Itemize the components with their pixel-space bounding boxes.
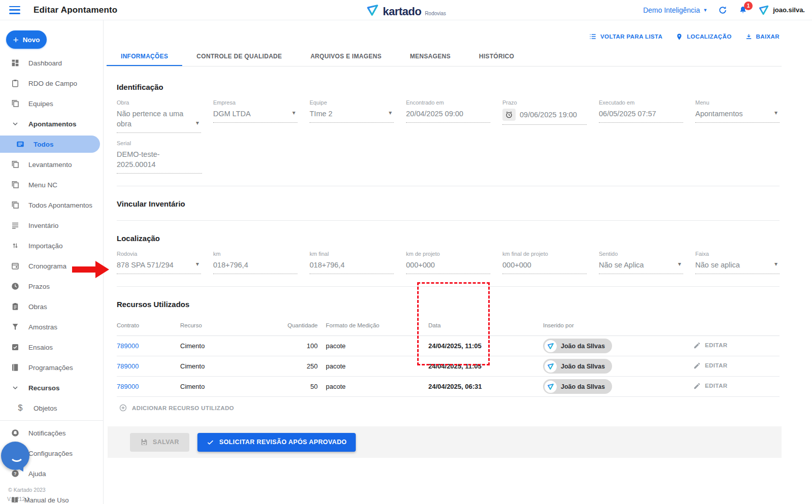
field-value: Não se aplica (695, 260, 780, 274)
notifications-bell-icon[interactable]: 1 (738, 5, 748, 15)
tab-controle-de-qualidade[interactable]: CONTROLE DE QUALIDADE (182, 48, 296, 66)
sidebar-item-menu-nc[interactable]: Menu NC (0, 175, 103, 195)
field-label: Faixa (695, 251, 780, 257)
sidebar-item-prazos[interactable]: Prazos (0, 276, 103, 296)
dollar-icon: $ (15, 404, 25, 413)
app-logo: kartado Rodovias (366, 4, 446, 17)
field-label: Menu (695, 99, 780, 106)
sidebar-group-recursos[interactable]: Recursos (0, 378, 103, 398)
request-review-button[interactable]: SOLICITAR REVISÃO APÓS APROVADO (197, 433, 356, 452)
field-serial[interactable]: Serial DEMO-teste-2025.00014 (117, 140, 202, 174)
tab-arquivos-e-imagens[interactable]: ARQUIVOS E IMAGENS (296, 48, 396, 66)
field-encontrado-em[interactable]: Encontrado em 20/04/2025 09:00 (406, 99, 490, 123)
download-label: BAIXAR (756, 33, 780, 40)
sidebar-item-label: Todos Apontamentos (28, 201, 92, 209)
download-link[interactable]: BAIXAR (745, 33, 780, 41)
field-km[interactable]: km 018+796,4 (213, 251, 297, 274)
section-title-identificacao: Identificação (117, 83, 780, 91)
pencil-icon (693, 362, 701, 369)
edit-button[interactable]: EDITAR (693, 342, 727, 349)
user-chip[interactable]: João da SIlvas (543, 379, 612, 394)
stacked-docs-icon (10, 200, 20, 210)
tab-historico[interactable]: HISTÓRICO (465, 48, 528, 66)
open-book-icon (10, 495, 19, 504)
contract-link[interactable]: 789000 (117, 383, 172, 390)
field-value: DEMO-teste-2025.00014 (117, 149, 202, 174)
tab-mensagens[interactable]: MENSAGENS (396, 48, 465, 66)
field-obra[interactable]: Obra Não pertence a uma obra (117, 99, 201, 133)
field-menu[interactable]: Menu Apontamentos (695, 99, 780, 123)
request-review-label: SOLICITAR REVISÃO APÓS APROVADO (219, 439, 347, 446)
sidebar-item-cronograma[interactable]: Cronograma (0, 256, 103, 276)
chevron-down-icon (10, 384, 20, 392)
field-label: km (213, 251, 297, 257)
sidebar-item-programacoes[interactable]: Programações (0, 357, 103, 378)
sidebar-item-rdo-de-campo[interactable]: RDO de Campo (0, 73, 103, 93)
sidebar-item-importacao[interactable]: Importação (0, 236, 103, 256)
sidebar-item-objetos[interactable]: $ Objetos (0, 398, 103, 418)
contract-link[interactable]: 789000 (117, 362, 172, 370)
user-menu[interactable]: joao.silva. (758, 5, 805, 16)
location-link[interactable]: LOCALIZAÇÃO (675, 33, 731, 41)
org-selector[interactable]: Demo Inteligência (643, 6, 707, 14)
sidebar-item-label: Amostras (28, 323, 57, 331)
topbar: Editar Apontamento kartado Rodovias Demo… (0, 0, 812, 20)
section-title-recursos-utilizados: Recursos Utilizados (117, 300, 780, 309)
sidebar-item-ensaios[interactable]: Ensaios (0, 337, 103, 357)
field-value: Apontamentos (695, 109, 780, 123)
quantity-cell: 250 (257, 362, 318, 370)
sidebar-item-label: Programações (28, 364, 73, 372)
sidebar-item-todos[interactable]: Todos (0, 134, 103, 154)
field-value: Não pertence a uma obra (117, 109, 201, 133)
sidebar-item-amostras[interactable]: Amostras (0, 317, 103, 337)
sidebar-item-label: Apontamentos (28, 120, 77, 128)
sidebar-group-apontamentos[interactable]: Apontamentos (0, 114, 103, 134)
sidebar-item-manual-de-uso[interactable]: Manual de Uso (8, 495, 103, 504)
field-faixa[interactable]: Faixa Não se aplica (695, 251, 780, 274)
field-value: 018+796,4 (310, 260, 394, 274)
sidebar-item-equipes[interactable]: Equipes (0, 93, 103, 114)
format-cell: pacote (326, 362, 420, 370)
sidebar-item-dashboard[interactable]: Dashboard (0, 53, 103, 73)
inserted-by-cell: João da SIlvas (543, 379, 685, 394)
chevron-down-icon (10, 120, 20, 128)
field-km-final[interactable]: km final 018+796,4 (310, 251, 394, 274)
user-chip[interactable]: João da SIlvas (543, 359, 612, 374)
field-empresa[interactable]: Empresa DGM LTDA (213, 99, 297, 123)
field-prazo[interactable]: Prazo 09/06/2025 19:00 (502, 99, 587, 125)
add-resource-label: ADICIONAR RECURSO UTILIZADO (132, 405, 234, 411)
field-rodovia[interactable]: Rodovia 878 SPA 571/294 (117, 251, 201, 274)
date-cell: 24/04/2025, 11:05 (428, 362, 535, 370)
field-km-de-projeto[interactable]: km de projeto 000+000 (406, 251, 490, 274)
field-sentido[interactable]: Sentido Não se Aplica (599, 251, 683, 274)
sidebar-item-inventario[interactable]: Inventário (0, 215, 103, 236)
menu-icon[interactable] (9, 6, 20, 14)
funnel-icon (10, 322, 20, 331)
sidebar-item-todos-apontamentos[interactable]: Todos Apontamentos (0, 195, 103, 215)
sidebar-divider (0, 420, 103, 421)
save-button[interactable]: SALVAR (130, 433, 189, 452)
field-executado-em[interactable]: Executado em 06/05/2025 07:57 (599, 99, 683, 123)
chat-widget-button[interactable] (1, 442, 29, 470)
field-value: 20/04/2025 09:00 (406, 109, 490, 123)
sidebar-item-levantamento[interactable]: Levantamento (0, 154, 103, 175)
date-cell: 24/04/2025, 11:05 (428, 342, 535, 350)
book-icon (10, 363, 20, 372)
col-data: Data (428, 322, 535, 328)
pencil-icon (693, 382, 701, 390)
org-name: Demo Inteligência (643, 6, 700, 14)
user-chip[interactable]: João da SIlvas (543, 339, 612, 353)
field-km-final-de-projeto[interactable]: km final de projeto 000+000 (502, 251, 587, 274)
sidebar-item-notificacoes[interactable]: Notificações (0, 423, 103, 443)
contract-link[interactable]: 789000 (117, 342, 172, 350)
edit-button[interactable]: EDITAR (693, 362, 727, 369)
tab-informacoes[interactable]: INFORMAÇÕES (107, 48, 182, 66)
table-row: 789000 Cimento 50 pacote 24/04/2025, 06:… (117, 377, 780, 397)
sidebar-item-obras[interactable]: Obras (0, 296, 103, 317)
new-button[interactable]: + Novo (6, 30, 47, 49)
edit-button[interactable]: EDITAR (693, 382, 727, 390)
refresh-icon[interactable] (718, 5, 728, 15)
field-equipe[interactable]: Equipe TIme 2 (310, 99, 394, 123)
add-resource-button[interactable]: ADICIONAR RECURSO UTILIZADO (119, 404, 234, 412)
back-to-list-link[interactable]: VOLTAR PARA LISTA (589, 32, 662, 41)
